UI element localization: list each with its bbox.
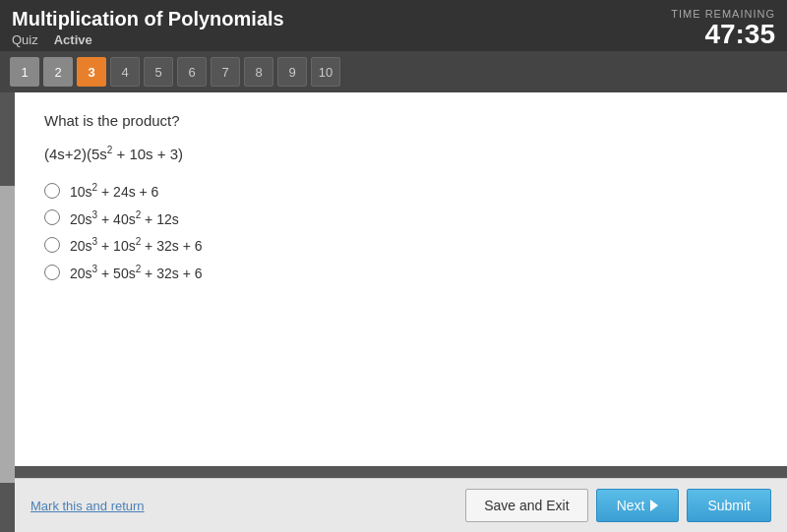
save-exit-button[interactable]: Save and Exit: [465, 489, 587, 522]
sidebar-strip: [0, 186, 15, 483]
option-d-text: 20s3 + 50s2 + 32s + 6: [70, 264, 203, 281]
active-badge: Active: [54, 32, 92, 47]
radio-a[interactable]: [44, 183, 60, 199]
timer-area: TIME REMAINING 47:35: [671, 8, 775, 50]
radio-b[interactable]: [44, 209, 60, 225]
radio-d[interactable]: [44, 265, 60, 280]
nav-btn-1[interactable]: 1: [10, 57, 39, 87]
next-button[interactable]: Next: [596, 489, 680, 522]
option-d[interactable]: 20s3 + 50s2 + 32s + 6: [44, 264, 757, 281]
option-c[interactable]: 20s3 + 10s2 + 32s + 6: [44, 236, 757, 254]
option-a-text: 10s2 + 24s + 6: [70, 182, 158, 200]
option-c-text: 20s3 + 10s2 + 32s + 6: [70, 236, 203, 254]
answer-options: 10s2 + 24s + 6 20s3 + 40s2 + 12s 20s3 + …: [44, 182, 757, 281]
header: Multiplication of Polynomials Quiz Activ…: [0, 0, 787, 51]
option-a[interactable]: 10s2 + 24s + 6: [44, 182, 757, 200]
nav-btn-7[interactable]: 7: [211, 57, 240, 87]
main-layout: What is the product? (4s+2)(5s2 + 10s + …: [0, 92, 787, 532]
nav-btn-5[interactable]: 5: [144, 57, 173, 87]
question-navigation: 12345678910: [0, 51, 787, 92]
main-content: What is the product? (4s+2)(5s2 + 10s + …: [15, 92, 787, 466]
nav-btn-6[interactable]: 6: [177, 57, 207, 87]
timer-value: 47:35: [671, 20, 775, 50]
question-prompt: What is the product?: [44, 112, 757, 129]
nav-btn-9[interactable]: 9: [277, 57, 307, 87]
question-expression: (4s+2)(5s2 + 10s + 3): [44, 145, 757, 162]
nav-btn-2[interactable]: 2: [43, 57, 73, 87]
nav-btn-8[interactable]: 8: [244, 57, 273, 87]
footer: Mark this and return Save and Exit Next …: [15, 478, 787, 532]
nav-btn-3[interactable]: 3: [77, 57, 106, 87]
page-title: Multiplication of Polynomials: [12, 8, 775, 30]
nav-btn-10[interactable]: 10: [311, 57, 340, 87]
nav-btn-4[interactable]: 4: [110, 57, 140, 87]
radio-c[interactable]: [44, 237, 60, 253]
mark-return-link[interactable]: Mark this and return: [30, 499, 145, 513]
quiz-label: Quiz: [12, 32, 38, 47]
footer-buttons: Save and Exit Next Submit: [465, 489, 771, 522]
submit-button[interactable]: Submit: [687, 489, 771, 522]
option-b[interactable]: 20s3 + 40s2 + 12s: [44, 209, 757, 227]
option-b-text: 20s3 + 40s2 + 12s: [70, 209, 179, 227]
